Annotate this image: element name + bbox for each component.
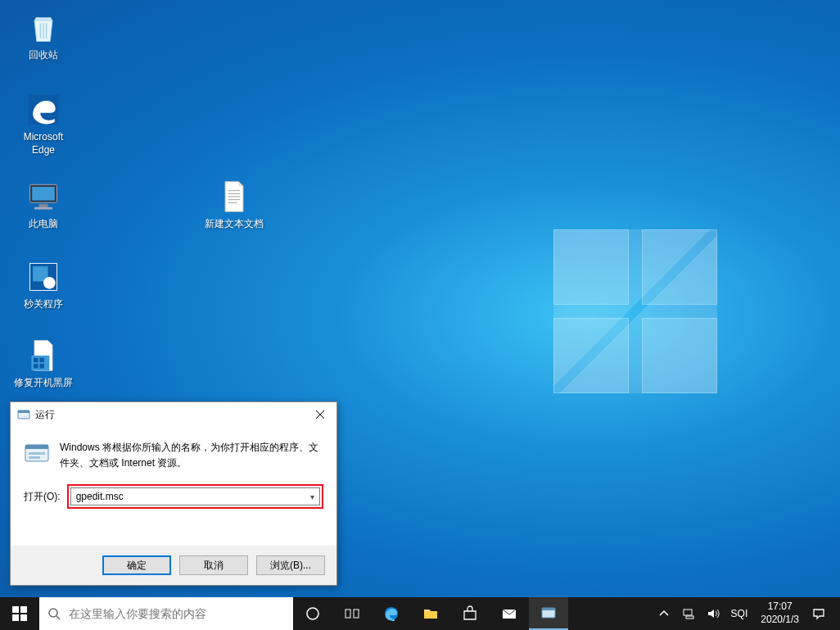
run-body-icon [24,440,50,466]
run-dialog-titlebar[interactable]: 运行 [11,402,336,427]
svg-rect-31 [345,610,350,618]
windows-logo-icon [11,605,28,622]
start-button[interactable] [0,597,39,630]
desktop-icon-shutdown-app[interactable]: 秒关程序 [11,256,75,315]
svg-line-29 [56,616,60,619]
recycle-bin-icon [25,10,61,46]
svg-rect-9 [34,358,38,363]
svg-rect-27 [20,614,27,621]
desktop-icon-label: 修复开机黑屏 [13,377,74,390]
system-tray: SQI 17:07 2020/1/3 [653,597,840,630]
taskbar-app-store[interactable] [450,597,490,630]
svg-rect-2 [32,187,55,201]
svg-rect-25 [20,606,27,613]
taskbar: SQI 17:07 2020/1/3 [0,597,840,630]
edge-icon [25,92,61,128]
task-view-icon [344,605,360,622]
tray-ime-button[interactable]: SQI [726,597,753,630]
chevron-up-icon [657,607,671,620]
svg-rect-22 [29,452,45,455]
svg-rect-12 [39,364,44,369]
close-icon [314,408,327,421]
cortana-button[interactable] [293,597,332,630]
svg-rect-21 [25,445,48,449]
text-file-icon [216,179,252,215]
wallpaper-windows-logo [553,229,717,393]
svg-rect-19 [18,410,29,413]
svg-rect-3 [39,204,48,207]
taskbar-app-explorer[interactable] [411,597,450,630]
run-dialog-icon [17,408,30,421]
run-taskbar-icon [540,605,557,621]
browse-button[interactable]: 浏览(B)... [256,555,325,575]
tray-network-button[interactable] [677,597,700,630]
desktop-icon-edge[interactable]: Microsoft Edge [11,88,75,160]
folder-icon [422,605,439,622]
desktop-icon-label: 回收站 [13,49,74,62]
run-dialog-button-row: 确定 取消 浏览(B)... [11,546,336,585]
this-pc-icon [25,179,61,215]
tray-overflow-button[interactable] [653,597,675,630]
clock-date: 2020/1/3 [761,614,799,627]
close-button[interactable] [304,402,336,427]
svg-rect-36 [542,608,555,610]
taskbar-search[interactable] [39,597,293,630]
ok-button[interactable]: 确定 [102,555,171,575]
desktop-icon-label: 新建文本文档 [196,218,272,231]
svg-point-7 [43,277,56,289]
search-icon [47,607,61,620]
svg-rect-37 [684,610,692,615]
run-dialog: 运行 Windows 将根据你所输入的名称，为你打开相应的程序、文件夹、文档或 … [10,401,337,586]
svg-rect-4 [34,207,52,210]
taskbar-app-mail[interactable] [490,597,529,630]
edge-icon [383,605,400,622]
task-view-button[interactable] [332,597,372,630]
chevron-down-icon[interactable]: ▾ [305,492,319,501]
cancel-button[interactable]: 取消 [179,555,248,575]
volume-icon [707,607,720,620]
search-input[interactable] [69,607,285,620]
open-input[interactable] [71,488,305,505]
tray-volume-button[interactable] [702,597,725,630]
network-icon [682,607,695,620]
open-field-highlight: ▾ [67,484,323,509]
desktop-icon-fix-boot[interactable]: 修复开机黑屏 [11,334,75,393]
mail-icon [501,605,517,622]
svg-rect-23 [29,456,40,459]
svg-rect-38 [686,616,693,619]
desktop-icon-text-doc[interactable]: 新建文本文档 [195,175,273,234]
svg-rect-10 [39,358,44,363]
clock-time: 17:07 [761,601,799,614]
taskbar-app-edge[interactable] [372,597,411,630]
reg-file-icon [25,338,61,374]
svg-point-28 [49,609,57,617]
svg-rect-11 [34,364,38,369]
desktop-icon-label: Microsoft Edge [13,131,74,156]
open-label: 打开(O): [24,490,61,504]
tray-clock[interactable]: 17:07 2020/1/3 [754,601,806,626]
svg-rect-24 [12,606,19,613]
desktop-icon-recycle-bin[interactable]: 回收站 [11,7,75,66]
desktop-icon-label: 此电脑 [13,218,74,231]
svg-rect-26 [12,614,19,621]
notification-icon [812,607,825,620]
store-icon [462,605,478,622]
svg-rect-32 [354,610,359,618]
run-dialog-description: Windows 将根据你所输入的名称，为你打开相应的程序、文件夹、文档或 Int… [60,440,323,471]
ime-label: SQI [731,608,748,619]
run-dialog-title: 运行 [35,408,304,422]
cortana-icon [305,605,321,622]
action-center-button[interactable] [807,597,830,630]
taskbar-app-run-active[interactable] [529,597,568,630]
desktop-icon-label: 秒关程序 [13,298,74,311]
app-icon [25,259,61,295]
desktop-icon-this-pc[interactable]: 此电脑 [11,175,75,234]
svg-point-30 [307,608,318,619]
